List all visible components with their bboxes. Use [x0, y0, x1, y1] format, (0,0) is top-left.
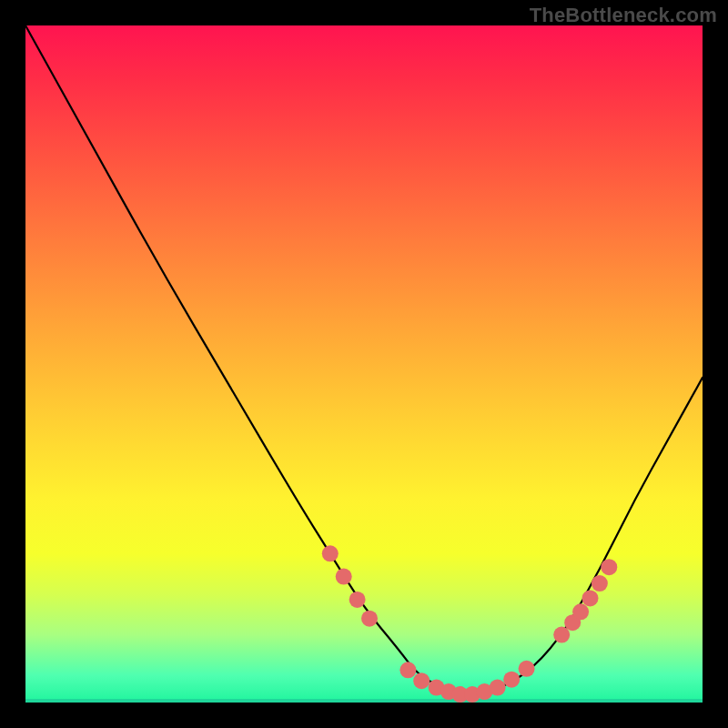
plot-area [25, 25, 703, 703]
highlight-dot [361, 611, 378, 627]
highlight-dot [399, 662, 416, 678]
highlight-dot [349, 592, 366, 608]
highlight-dot [572, 603, 589, 620]
highlight-dot [413, 672, 430, 689]
bottleneck-curve [25, 25, 703, 694]
highlight-dot [592, 575, 608, 592]
watermark-text: TheBottleneck.com [530, 4, 717, 27]
highlight-dot [601, 559, 617, 575]
highlight-dot [336, 569, 352, 585]
chart-svg [25, 25, 703, 703]
highlight-dot [553, 627, 570, 643]
highlight-dot [582, 590, 599, 606]
chart-frame: TheBottleneck.com [0, 0, 728, 728]
highlight-dots [322, 545, 618, 703]
highlight-dot [519, 661, 535, 677]
highlight-dot [503, 672, 520, 688]
highlight-dot [490, 680, 506, 696]
highlight-dot [322, 545, 339, 561]
